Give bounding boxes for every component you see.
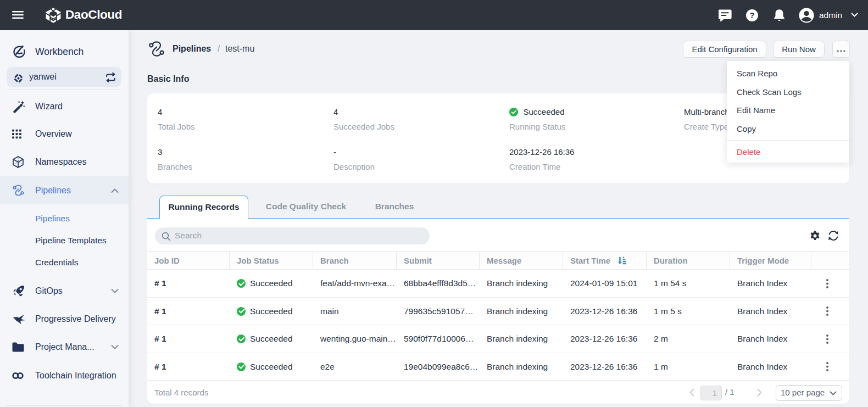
svg-text:?: ? [750, 11, 755, 20]
